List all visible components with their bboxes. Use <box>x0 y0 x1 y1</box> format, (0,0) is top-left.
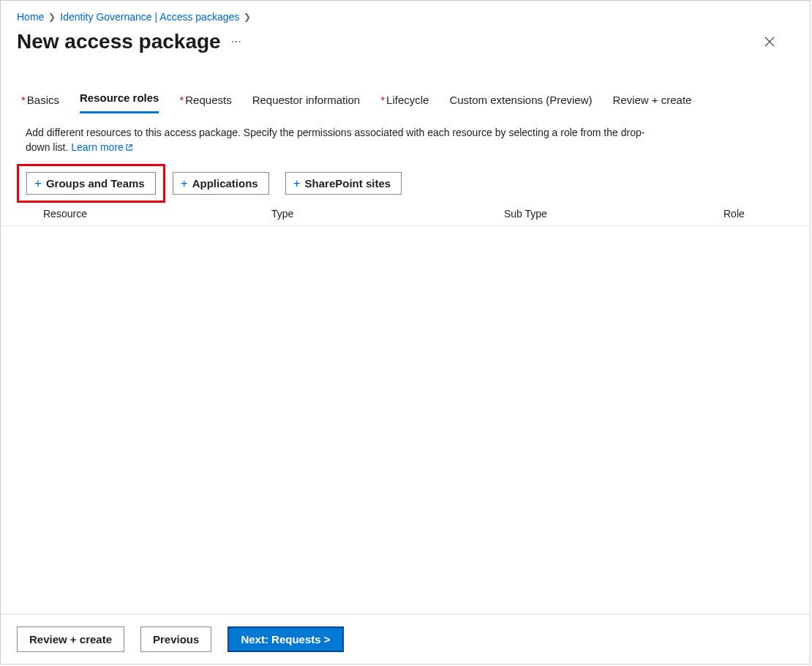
highlight-annotation: +Groups and Teams <box>17 164 165 203</box>
column-header-role[interactable]: Role <box>723 208 785 220</box>
close-button[interactable] <box>762 34 778 50</box>
tab-label: Requests <box>185 94 231 106</box>
button-label: Applications <box>192 177 258 190</box>
add-resource-buttons: +Groups and Teams+Applications+SharePoin… <box>1 156 810 202</box>
tab-label: Resource roles <box>80 91 159 104</box>
column-header-subtype[interactable]: Sub Type <box>504 208 723 220</box>
tab-label: Basics <box>27 94 59 106</box>
required-indicator-icon: * <box>21 94 26 106</box>
previous-button[interactable]: Previous <box>140 626 211 652</box>
tab-lifecycle[interactable]: *Lifecycle <box>380 91 429 113</box>
more-options-button[interactable]: ⋯ <box>231 36 242 48</box>
tab-resource-roles[interactable]: Resource roles <box>80 89 159 113</box>
tab-label: Custom extensions (Preview) <box>449 94 592 106</box>
breadcrumb-parent[interactable]: Identity Governance | Access packages <box>60 11 239 23</box>
tab-custom-extensions-preview[interactable]: Custom extensions (Preview) <box>449 91 592 113</box>
plus-icon: + <box>293 177 301 190</box>
chevron-right-icon: ❯ <box>244 12 251 22</box>
tab-label: Review + create <box>613 94 692 106</box>
add-sharepoint-sites-button[interactable]: +SharePoint sites <box>285 172 402 195</box>
tab-basics[interactable]: *Basics <box>21 91 59 113</box>
tab-review-create[interactable]: Review + create <box>613 91 692 113</box>
external-link-icon <box>125 141 133 155</box>
add-groups-and-teams-button[interactable]: +Groups and Teams <box>26 172 156 195</box>
review-create-button[interactable]: Review + create <box>17 626 124 652</box>
plus-icon: + <box>34 177 42 190</box>
plus-icon: + <box>181 177 188 190</box>
breadcrumb-home[interactable]: Home <box>17 11 44 23</box>
chevron-right-icon: ❯ <box>48 12 56 22</box>
close-icon <box>764 37 775 47</box>
required-indicator-icon: * <box>380 94 385 106</box>
tab-label: Lifecycle <box>386 94 429 106</box>
button-label: SharePoint sites <box>305 177 391 190</box>
resources-table-header: Resource Type Sub Type Role <box>1 202 810 226</box>
learn-more-link[interactable]: Learn more <box>71 141 133 153</box>
button-label: Groups and Teams <box>46 177 145 190</box>
tab-description: Add different resources to this access p… <box>1 113 688 156</box>
tab-bar: *BasicsResource roles*RequestsRequestor … <box>1 62 810 113</box>
learn-more-label: Learn more <box>71 141 124 153</box>
column-header-type[interactable]: Type <box>271 208 504 220</box>
title-row: New access package ⋯ <box>1 27 810 62</box>
tab-requests[interactable]: *Requests <box>179 91 231 113</box>
breadcrumb: Home ❯ Identity Governance | Access pack… <box>1 1 810 27</box>
required-indicator-icon: * <box>179 94 184 106</box>
page-title: New access package <box>17 30 221 53</box>
add-applications-button[interactable]: +Applications <box>173 172 269 195</box>
tab-label: Requestor information <box>252 94 361 106</box>
wizard-footer: Review + create Previous Next: Requests … <box>1 614 810 664</box>
resources-table-body <box>1 226 810 614</box>
tab-requestor-information[interactable]: Requestor information <box>252 91 361 113</box>
page-frame: Home ❯ Identity Governance | Access pack… <box>0 0 811 665</box>
column-header-resource[interactable]: Resource <box>43 208 271 220</box>
next-button[interactable]: Next: Requests > <box>228 626 343 652</box>
